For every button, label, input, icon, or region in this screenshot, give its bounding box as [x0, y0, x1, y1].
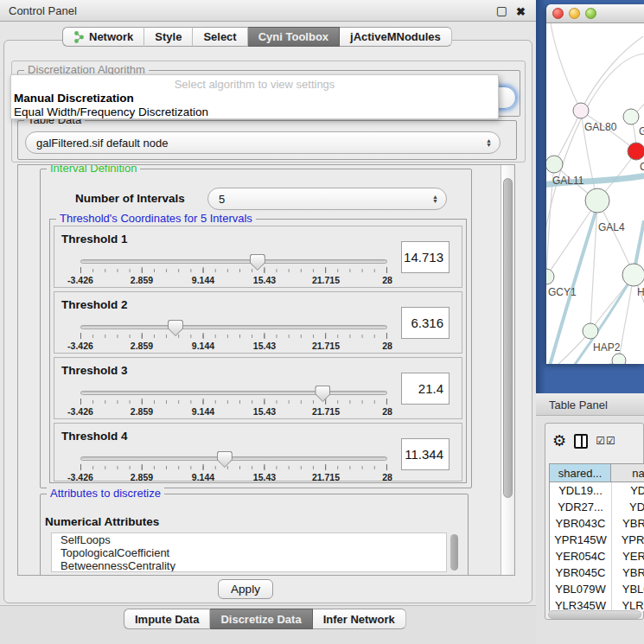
float-window-icon[interactable]: ▢ — [496, 3, 507, 17]
split-columns-icon[interactable] — [574, 434, 588, 449]
tab-cyni-toolbox[interactable]: Cyni Toolbox — [248, 27, 340, 47]
attribute-item[interactable]: TopologicalCoefficient — [52, 546, 446, 559]
network-node[interactable] — [546, 269, 554, 284]
table-row[interactable]: YLR345WYLR345W — [550, 597, 644, 611]
number-of-intervals-combobox[interactable]: 5 ▲▼ — [207, 188, 447, 210]
popup-item-equal-width-frequency[interactable]: Equal Width/Frequency Discretization — [14, 105, 208, 118]
tick-label: 15.43 — [253, 341, 276, 351]
threshold-slider[interactable]: -3.4262.8599.14415.4321.71528 — [80, 320, 387, 353]
network-node[interactable] — [583, 323, 598, 339]
numerical-attributes-list[interactable]: SelfLoopsTopologicalCoefficientBetweenne… — [51, 532, 447, 572]
table-cell[interactable]: YER054C — [612, 548, 644, 564]
close-traffic-light-icon[interactable] — [552, 8, 564, 19]
tab-impute-data[interactable]: Impute Data — [124, 609, 210, 629]
node-label: H — [637, 286, 644, 298]
attribute-item[interactable]: SelfLoops — [52, 533, 446, 546]
table-cell[interactable]: YLR345W — [550, 597, 612, 611]
panel-title: Control Panel — [9, 4, 77, 17]
node-label: G — [639, 125, 644, 137]
top-tab-bar: Network Style Select Cyni Toolbox jActiv… — [62, 27, 452, 47]
slider-scale: -3.4262.8599.14415.4321.71528 — [80, 472, 387, 482]
threshold-value-field[interactable]: 6.316 — [401, 307, 450, 339]
table-cell[interactable]: YDR27 — [612, 499, 644, 515]
attributes-group-label: Attributes to discretize — [47, 488, 164, 500]
network-node[interactable] — [623, 109, 639, 124]
network-node[interactable] — [546, 156, 563, 173]
table-cell[interactable]: YPR145W — [550, 532, 612, 548]
table-data-value: galFiltered.sif default node — [36, 137, 168, 150]
threshold-label: Threshold 3 — [61, 364, 128, 377]
threshold-value-field[interactable]: 14.713 — [401, 241, 450, 273]
gear-icon[interactable]: ⚙ — [552, 433, 566, 449]
table-cell[interactable]: YBR045C — [550, 564, 612, 581]
close-icon[interactable]: ✖ — [516, 5, 526, 18]
network-window-titlebar — [546, 4, 644, 23]
column-header-name[interactable]: name — [611, 463, 644, 482]
tab-style[interactable]: Style — [144, 27, 193, 47]
threshold-value-field[interactable]: 11.344 — [401, 438, 450, 470]
table-cell[interactable]: YBR045C — [612, 564, 644, 581]
network-node[interactable] — [585, 188, 609, 213]
slider-major-ticks — [80, 399, 387, 405]
table-row[interactable]: YBR043CYBR043C — [550, 515, 644, 532]
table-cell[interactable]: YDL19... — [550, 482, 612, 499]
table-cell[interactable]: YLR345W — [612, 597, 644, 611]
attributes-list-scrollbar[interactable] — [450, 534, 458, 571]
table-cell[interactable]: YBR043C — [612, 515, 644, 532]
screen: Control Panel ▢ ✖ Network Style Select C… — [0, 0, 644, 644]
slider-track[interactable] — [80, 325, 387, 329]
scrollbar-thumb[interactable] — [503, 178, 513, 498]
apply-button[interactable]: Apply — [218, 579, 273, 599]
zoom-traffic-light-icon[interactable] — [585, 8, 596, 19]
table-row[interactable]: YBL079WYBL079W — [550, 581, 644, 597]
attribute-item[interactable]: BetweennessCentrality — [52, 559, 446, 572]
table-cell[interactable]: YPR145W — [612, 532, 644, 548]
network-node[interactable] — [573, 103, 589, 118]
node-label: GAL11 — [552, 175, 584, 187]
slider-track[interactable] — [80, 456, 387, 461]
network-node[interactable] — [628, 143, 644, 160]
network-icon — [73, 31, 85, 43]
table-cell[interactable]: YBL079W — [612, 581, 644, 597]
tab-infer-network[interactable]: Infer Network — [313, 609, 406, 629]
slider-track[interactable] — [80, 391, 387, 395]
tick-label: -3.426 — [67, 341, 93, 351]
threshold-value-field[interactable]: 21.4 — [401, 373, 450, 405]
tick-label: 21.715 — [312, 406, 340, 417]
column-header-shared-name[interactable]: shared... — [549, 463, 611, 482]
tab-style-label: Style — [155, 30, 182, 43]
threshold-slider[interactable]: -3.4262.8599.14415.4321.71528 — [80, 386, 387, 418]
table-horizontal-scrollbar[interactable] — [548, 610, 641, 619]
table-cell[interactable]: YDR27... — [550, 499, 612, 515]
network-node[interactable] — [622, 264, 644, 286]
tab-network[interactable]: Network — [62, 27, 144, 47]
tick-label: 21.715 — [312, 341, 340, 351]
tab-select[interactable]: Select — [193, 27, 247, 47]
table-row[interactable]: YPR145WYPR145W — [550, 532, 644, 548]
table-row[interactable]: YDR27...YDR27 — [550, 499, 644, 515]
bottom-tab-bar: Impute Data Discretize Data Infer Networ… — [124, 609, 406, 629]
table-cell[interactable]: YBR043C — [550, 515, 612, 532]
checkbox-icons[interactable]: ☑☑ — [596, 435, 616, 447]
combo-stepper-icon: ▲▼ — [486, 138, 492, 147]
network-canvas[interactable]: GAL80GGAL11CGAL4GCY1HHAP2 — [546, 23, 644, 364]
minimize-traffic-light-icon[interactable] — [569, 8, 580, 19]
combo-stepper-icon: ▲▼ — [432, 194, 438, 203]
threshold-slider[interactable]: -3.4262.8599.14415.4321.71528 — [80, 451, 387, 484]
table-cell[interactable]: YER054C — [550, 548, 612, 564]
slider-track[interactable] — [80, 259, 387, 264]
tick-label: 21.715 — [312, 472, 340, 482]
table-data-combobox[interactable]: galFiltered.sif default node ▲▼ — [25, 131, 501, 154]
table-row[interactable]: YDL19...YDL19 — [550, 482, 644, 499]
table-row[interactable]: YBR045CYBR045C — [550, 564, 644, 581]
network-node[interactable] — [612, 354, 626, 364]
tab-discretize-label: Discretize Data — [220, 613, 301, 626]
table-cell[interactable]: YDL19 — [612, 482, 644, 499]
table-row[interactable]: YER054CYER054C — [550, 548, 644, 564]
table-cell[interactable]: YBL079W — [550, 581, 612, 597]
settings-vertical-scrollbar[interactable] — [501, 165, 514, 575]
threshold-slider[interactable]: -3.4262.8599.14415.4321.71528 — [80, 254, 387, 287]
tab-discretize-data[interactable]: Discretize Data — [210, 609, 312, 629]
popup-item-manual-discretization[interactable]: Manual Discretization — [14, 92, 134, 105]
tab-jactivemnodules[interactable]: jActiveMNodules — [340, 27, 452, 47]
